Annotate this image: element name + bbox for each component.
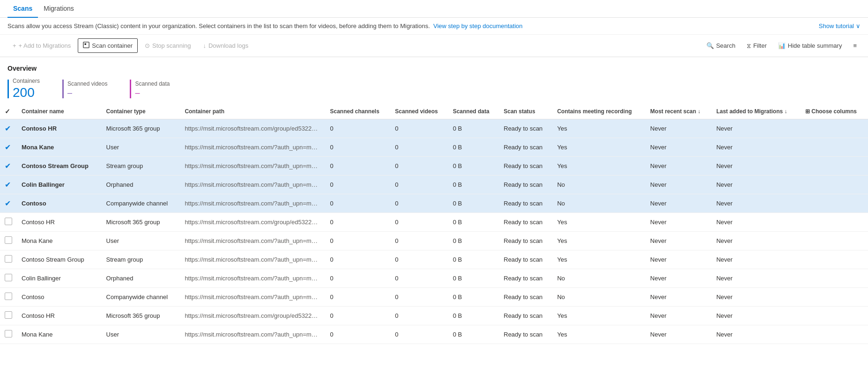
table-row[interactable]: Contoso Stream GroupStream grouphttps://…	[0, 250, 868, 269]
col-header-status: Scan status	[499, 104, 552, 119]
row-choose	[801, 250, 868, 269]
toolbar-right: 🔍 Search ⧖ Filter 📊 Hide table summary ≡	[703, 39, 861, 52]
row-status: Ready to scan	[499, 119, 552, 138]
search-icon: 🔍	[706, 42, 714, 49]
row-choose	[801, 194, 868, 213]
row-migrations: Never	[712, 307, 801, 325]
row-recent: Never	[645, 250, 712, 269]
more-options-button[interactable]: ≡	[849, 39, 861, 52]
row-checkbox[interactable]: ✔	[0, 119, 17, 138]
doc-link[interactable]: View step by step documentation	[433, 22, 523, 29]
search-button[interactable]: 🔍 Search	[703, 39, 739, 52]
row-checkbox[interactable]: ✔	[0, 176, 17, 194]
scanned-videos-bar	[62, 80, 64, 98]
row-migrations: Never	[712, 176, 801, 194]
row-channels: 0	[325, 269, 390, 288]
row-recent: Never	[645, 176, 712, 194]
row-data: 0 B	[448, 288, 499, 307]
add-to-migrations-button[interactable]: + + Add to Migrations	[7, 39, 76, 52]
containers-value: 200	[13, 85, 40, 100]
row-path: https://msit.microsoftstream.com/?auth_u…	[180, 138, 325, 157]
filter-button[interactable]: ⧖ Filter	[743, 39, 771, 52]
table-row[interactable]: Contoso HRMicrosoft 365 grouphttps://msi…	[0, 307, 868, 325]
row-name: Contoso Stream Group	[17, 157, 102, 176]
row-checkbox[interactable]: ✔	[0, 194, 17, 213]
row-meeting: Yes	[552, 325, 645, 344]
row-choose	[801, 269, 868, 288]
tab-scans[interactable]: Scans	[7, 0, 38, 18]
overview-title: Overview	[7, 65, 861, 72]
row-migrations: Never	[712, 288, 801, 307]
row-choose	[801, 325, 868, 344]
table-row[interactable]: Mona KaneUserhttps://msit.microsoftstrea…	[0, 325, 868, 344]
row-checkbox[interactable]	[0, 213, 17, 232]
download-logs-button[interactable]: ↓ Download logs	[198, 39, 253, 52]
show-tutorial-button[interactable]: Show tutorial ∨	[819, 22, 861, 29]
data-table: ✓ Container name Container type Containe…	[0, 104, 868, 344]
table-row[interactable]: ✔Contoso HRMicrosoft 365 grouphttps://ms…	[0, 119, 868, 138]
row-channels: 0	[325, 213, 390, 232]
row-checkbox[interactable]	[0, 325, 17, 344]
row-checkbox[interactable]: ✔	[0, 138, 17, 157]
row-data: 0 B	[448, 119, 499, 138]
table-row[interactable]: Colin BallingerOrphanedhttps://msit.micr…	[0, 269, 868, 288]
row-checkbox[interactable]	[0, 288, 17, 307]
stop-scanning-button[interactable]: ⊙ Stop scanning	[140, 39, 196, 52]
row-path: https://msit.microsoftstream.com/group/e…	[180, 213, 325, 232]
row-channels: 0	[325, 176, 390, 194]
row-channels: 0	[325, 250, 390, 269]
row-recent: Never	[645, 288, 712, 307]
row-checkbox[interactable]: ✔	[0, 157, 17, 176]
table-row[interactable]: Mona KaneUserhttps://msit.microsoftstrea…	[0, 232, 868, 250]
row-path: https://msit.microsoftstream.com/?auth_u…	[180, 269, 325, 288]
row-videos: 0	[390, 176, 448, 194]
col-header-migrations[interactable]: Last added to Migrations ↓	[712, 104, 801, 119]
row-recent: Never	[645, 119, 712, 138]
table-row[interactable]: ✔ContosoCompanywide channelhttps://msit.…	[0, 194, 868, 213]
info-text: Scans allow you access Stream (Classic) …	[7, 22, 523, 29]
row-choose	[801, 213, 868, 232]
row-data: 0 B	[448, 176, 499, 194]
row-videos: 0	[390, 119, 448, 138]
table-row[interactable]: Contoso HRMicrosoft 365 grouphttps://msi…	[0, 213, 868, 232]
table-row[interactable]: ✔Colin BallingerOrphanedhttps://msit.mic…	[0, 176, 868, 194]
row-channels: 0	[325, 157, 390, 176]
row-data: 0 B	[448, 157, 499, 176]
table-row[interactable]: ContosoCompanywide channelhttps://msit.m…	[0, 288, 868, 307]
table-row[interactable]: ✔Mona KaneUserhttps://msit.microsoftstre…	[0, 138, 868, 157]
row-checkbox[interactable]	[0, 232, 17, 250]
row-name: Contoso HR	[17, 307, 102, 325]
row-path: https://msit.microsoftstream.com/group/e…	[180, 119, 325, 138]
row-recent: Never	[645, 232, 712, 250]
row-type: User	[102, 232, 180, 250]
col-header-recent[interactable]: Most recent scan ↓	[645, 104, 712, 119]
hide-summary-button[interactable]: 📊 Hide table summary	[774, 39, 846, 52]
col-header-choose[interactable]: ⊞ Choose columns	[801, 104, 868, 119]
row-recent: Never	[645, 194, 712, 213]
row-channels: 0	[325, 307, 390, 325]
table-row[interactable]: ✔Contoso Stream GroupStream grouphttps:/…	[0, 157, 868, 176]
row-checkbox[interactable]	[0, 250, 17, 269]
row-data: 0 B	[448, 325, 499, 344]
more-icon: ≡	[853, 42, 857, 49]
row-recent: Never	[645, 138, 712, 157]
scan-container-button[interactable]: Scan container	[78, 38, 138, 53]
stat-scanned-videos: Scanned videos –	[62, 78, 107, 100]
row-videos: 0	[390, 194, 448, 213]
tab-migrations[interactable]: Migrations	[38, 0, 80, 18]
row-status: Ready to scan	[499, 176, 552, 194]
scan-icon	[83, 42, 89, 50]
row-name: Colin Ballinger	[17, 176, 102, 194]
row-name: Mona Kane	[17, 325, 102, 344]
row-channels: 0	[325, 232, 390, 250]
row-meeting: Yes	[552, 119, 645, 138]
row-checkbox[interactable]	[0, 269, 17, 288]
row-type: User	[102, 138, 180, 157]
row-checkbox[interactable]	[0, 307, 17, 325]
row-channels: 0	[325, 288, 390, 307]
row-path: https://msit.microsoftstream.com/?auth_u…	[180, 250, 325, 269]
table-body: ✔Contoso HRMicrosoft 365 grouphttps://ms…	[0, 119, 868, 344]
col-header-data: Scanned data	[448, 104, 499, 119]
select-all-header[interactable]: ✓	[0, 104, 17, 119]
stat-scanned-data: Scanned data –	[130, 78, 170, 100]
